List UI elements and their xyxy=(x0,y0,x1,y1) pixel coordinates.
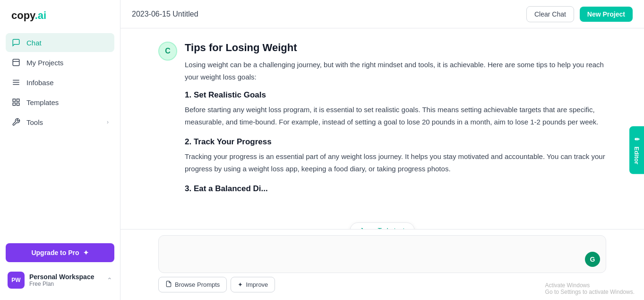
chat-input-box: G xyxy=(158,235,606,273)
svg-rect-6 xyxy=(17,99,19,101)
sidebar: copy.ai Chat My Projects Infobase Templa… xyxy=(0,0,120,300)
browse-prompts-icon xyxy=(165,281,172,289)
workspace-chevron-icon: ⌃ xyxy=(107,276,112,284)
workspace-name: Personal Workspace xyxy=(29,273,102,281)
sidebar-item-templates[interactable]: Templates xyxy=(6,93,114,112)
g-send-icon[interactable]: G xyxy=(585,252,600,267)
message-block: C Tips for Losing Weight Losing weight c… xyxy=(158,42,606,197)
infobase-icon xyxy=(11,78,21,87)
sidebar-item-infobase[interactable]: Infobase xyxy=(6,73,114,92)
improve-icon: ✦ xyxy=(238,281,243,288)
workspace-plan: Free Plan xyxy=(29,281,102,287)
intro-text: Losing weight can be a challenging journ… xyxy=(185,59,606,83)
svg-rect-5 xyxy=(13,99,15,101)
chat-icon xyxy=(11,38,21,47)
browse-prompts-label: Browse Prompts xyxy=(175,281,220,288)
tools-icon xyxy=(11,117,21,127)
section-2-heading: 2. Track Your Progress xyxy=(185,137,606,147)
message-content: Tips for Losing Weight Losing weight can… xyxy=(185,42,606,197)
section-1-text: Before starting any weight loss program,… xyxy=(185,104,606,128)
workspace-avatar: PW xyxy=(8,272,25,289)
logo-dot: .ai xyxy=(35,9,46,21)
section-1-heading: 1. Set Realistic Goals xyxy=(185,90,606,100)
sidebar-bottom: Upgrade to Pro ✦ PW Personal Workspace F… xyxy=(0,236,120,300)
sidebar-item-tools[interactable]: Tools › xyxy=(6,113,114,132)
nav-menu: Chat My Projects Infobase Templates Tool… xyxy=(0,29,120,236)
header-actions: Clear Chat New Project xyxy=(526,6,633,22)
input-actions: Browse Prompts ✦ Improve xyxy=(158,277,606,292)
svg-rect-0 xyxy=(13,59,19,66)
sidebar-item-templates-label: Templates xyxy=(26,98,59,106)
editor-pencil-icon: ✏ xyxy=(633,136,640,143)
workspace-info: Personal Workspace Free Plan xyxy=(29,273,102,287)
chat-title: 2023-06-15 Untitled xyxy=(132,10,198,18)
section-3-heading: 3. Eat a Balanced Di... xyxy=(185,184,606,194)
editor-tab-label: Editor xyxy=(633,147,640,165)
sidebar-item-chat-label: Chat xyxy=(26,39,42,47)
editor-tab[interactable]: ✏ Editor xyxy=(629,126,644,174)
main-content: 2023-06-15 Untitled Clear Chat New Proje… xyxy=(120,0,644,300)
improve-label: Improve xyxy=(246,281,268,288)
upgrade-label: Upgrade to Pro xyxy=(31,249,79,256)
my-projects-icon xyxy=(11,58,21,67)
sidebar-item-my-projects-label: My Projects xyxy=(26,59,63,67)
sidebar-item-chat[interactable]: Chat xyxy=(6,33,114,52)
new-project-button[interactable]: New Project xyxy=(580,7,633,22)
input-area: G Browse Prompts ✦ Improve xyxy=(120,229,644,300)
header: 2023-06-15 Untitled Clear Chat New Proje… xyxy=(120,0,644,28)
section-2-text: Tracking your progress is an essential p… xyxy=(185,150,606,175)
tools-chevron-icon: › xyxy=(107,119,109,125)
clear-chat-button[interactable]: Clear Chat xyxy=(526,6,574,22)
sidebar-item-my-projects[interactable]: My Projects xyxy=(6,53,114,72)
logo[interactable]: copy.ai xyxy=(0,0,120,29)
sidebar-item-tools-label: Tools xyxy=(26,118,43,126)
avatar: C xyxy=(158,42,177,61)
logo-text: copy xyxy=(11,9,35,21)
sidebar-item-infobase-label: Infobase xyxy=(26,79,54,87)
svg-rect-8 xyxy=(17,103,19,106)
workspace-selector[interactable]: PW Personal Workspace Free Plan ⌃ xyxy=(6,268,114,292)
browse-prompts-button[interactable]: Browse Prompts xyxy=(158,277,227,292)
upgrade-to-pro-button[interactable]: Upgrade to Pro ✦ xyxy=(6,243,114,262)
upgrade-icon: ✦ xyxy=(83,249,89,256)
message-title: Tips for Losing Weight xyxy=(185,42,606,54)
improve-button[interactable]: ✦ Improve xyxy=(231,277,275,292)
svg-rect-7 xyxy=(13,103,15,106)
templates-icon xyxy=(11,97,21,107)
